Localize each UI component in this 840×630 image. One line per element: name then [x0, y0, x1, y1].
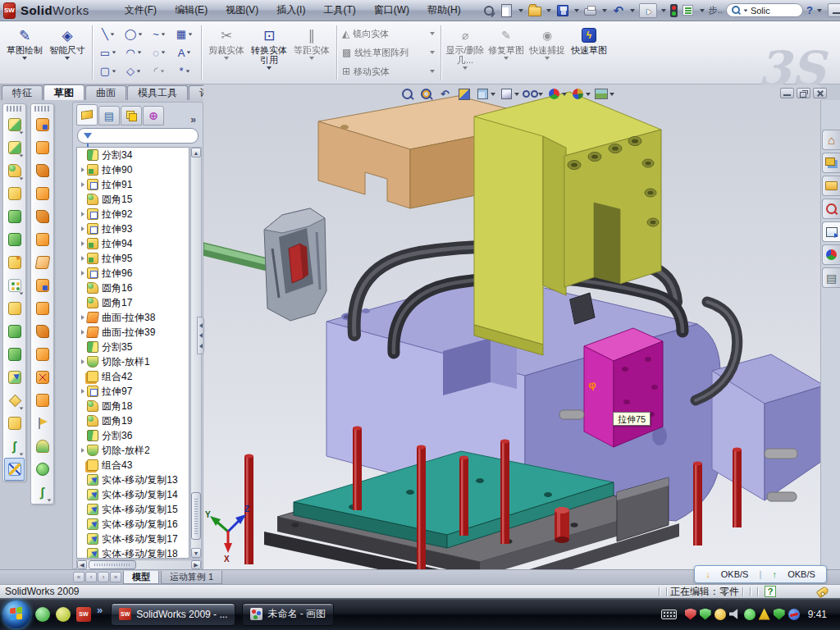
tray-network-blocked-icon[interactable]: [788, 609, 800, 620]
dimxpert-manager-tab[interactable]: ⊕: [143, 106, 164, 126]
rebuild-button[interactable]: [670, 4, 678, 17]
doc-minimize-button[interactable]: [780, 88, 794, 98]
feature-tree-item[interactable]: 切除-放样2: [77, 443, 189, 458]
sketch-fillet-button[interactable]: ◜: [147, 62, 172, 80]
linear-pattern-icon[interactable]: [4, 274, 25, 297]
property-manager-tab[interactable]: ▤: [98, 106, 120, 126]
dropdown-arrow-icon[interactable]: [185, 70, 189, 72]
repair-sketch-button[interactable]: ✎ 修复草图: [486, 23, 527, 82]
configuration-manager-tab[interactable]: [121, 106, 142, 126]
feature-tree-item[interactable]: 分割34: [77, 148, 189, 162]
undo-button[interactable]: ↶: [611, 3, 626, 17]
dropdown-arrow-icon[interactable]: [139, 33, 143, 35]
scrollbar-thumb[interactable]: [191, 492, 201, 540]
menu-tools[interactable]: 工具(T): [314, 1, 364, 20]
tray-security-alert-icon[interactable]: [685, 609, 696, 620]
taskpane-view-palette-icon[interactable]: [822, 221, 840, 242]
linear-sketch-pattern-button[interactable]: ▩ 线性草图阵列: [340, 44, 437, 61]
feature-tree-item[interactable]: 实体-移动/复制15: [77, 502, 189, 517]
scrollbar-thumb[interactable]: [89, 560, 136, 569]
sketch-button[interactable]: ✎ 草图绘制: [3, 23, 46, 82]
feature-tree-item[interactable]: 圆角18: [77, 399, 189, 413]
dome-icon[interactable]: [32, 435, 52, 458]
doc-last-button[interactable]: »: [110, 572, 121, 582]
combine-body-icon[interactable]: [4, 412, 25, 435]
doc-first-button[interactable]: «: [73, 572, 84, 582]
dropdown-arrow-icon[interactable]: [491, 93, 495, 96]
feature-tree-item[interactable]: 圆角15: [77, 192, 189, 207]
dropdown-arrow-icon[interactable]: [20, 453, 24, 455]
expand-arrow-icon[interactable]: [79, 226, 87, 231]
dropdown-arrow-icon[interactable]: [20, 131, 24, 134]
quicklaunch-solidworks-icon[interactable]: SW: [76, 607, 91, 622]
rectangle-tool-button[interactable]: ▭: [96, 44, 121, 62]
status-help-button[interactable]: ?: [765, 586, 776, 597]
expand-arrow-icon[interactable]: [79, 448, 87, 453]
hole-wizard-icon[interactable]: [4, 251, 25, 274]
tray-certificate-icon[interactable]: [714, 609, 726, 620]
dropdown-arrow-icon[interactable]: [162, 52, 166, 54]
taskpane-appearances-icon[interactable]: [822, 244, 840, 265]
menu-window[interactable]: 窗口(W): [365, 1, 418, 20]
tab-surfaces[interactable]: 曲面: [85, 85, 126, 100]
feature-tree-item[interactable]: 实体-移动/复制13: [77, 472, 189, 487]
quick-launch-chevron[interactable]: »: [97, 604, 103, 616]
graphics-area[interactable]: φ: [203, 84, 820, 569]
delete-face-icon[interactable]: [32, 366, 52, 389]
apply-scene-icon[interactable]: [569, 86, 591, 102]
print-button[interactable]: [584, 8, 596, 16]
feature-tree-item[interactable]: 曲面-拉伸38: [77, 310, 189, 325]
feature-tree-item[interactable]: 圆角16: [77, 281, 189, 295]
shell-icon[interactable]: [4, 228, 25, 251]
taskbar-paint-button[interactable]: 未命名 - 画图: [242, 603, 334, 626]
rapid-sketch-button[interactable]: ϟ 快速草图: [568, 23, 610, 82]
section-view-icon[interactable]: [455, 86, 472, 102]
edit-appearance-icon[interactable]: [546, 86, 568, 102]
tray-volume-icon[interactable]: [729, 609, 741, 620]
dropdown-arrow-icon[interactable]: [20, 177, 24, 180]
smart-dimension-button[interactable]: ◈ 智能尺寸: [46, 23, 89, 82]
dropdown-arrow-icon[interactable]: [463, 66, 468, 70]
feature-tree-item[interactable]: 实体-移动/复制17: [77, 532, 189, 546]
point-tool-button[interactable]: *: [172, 62, 198, 80]
tag-icon[interactable]: [816, 585, 830, 597]
scroll-up-button[interactable]: ▲: [191, 148, 201, 158]
zoom-fit-icon[interactable]: [399, 86, 416, 102]
taskpane-search-icon[interactable]: [822, 199, 840, 219]
dropdown-arrow-icon[interactable]: [137, 52, 141, 54]
offset-entities-button[interactable]: ∥ 等距实体: [290, 23, 333, 82]
dropdown-arrow-icon[interactable]: [111, 33, 115, 35]
mirror-entities-button[interactable]: ◭ 镜向实体: [340, 25, 437, 42]
feature-tree-item[interactable]: 分割36: [77, 428, 189, 443]
dropdown-arrow-icon[interactable]: [430, 70, 435, 73]
ime-keyboard-icon[interactable]: [661, 609, 677, 619]
lofted-surface-icon[interactable]: [32, 182, 52, 205]
dropdown-arrow-icon[interactable]: [744, 9, 748, 11]
tray-update-icon[interactable]: [744, 609, 756, 620]
menu-edit[interactable]: 编辑(E): [166, 1, 217, 20]
dropdown-arrow-icon[interactable]: [20, 407, 24, 409]
dropdown-arrow-icon[interactable]: [137, 70, 141, 72]
curve-tool-icon[interactable]: [4, 435, 25, 458]
lofted-boss-icon[interactable]: [4, 205, 25, 228]
tray-warning-icon[interactable]: [759, 609, 770, 620]
feature-tree-item[interactable]: 实体-移动/复制16: [77, 517, 189, 532]
feature-tree-item[interactable]: 圆角17: [77, 295, 189, 310]
save-button[interactable]: [557, 5, 568, 16]
toolbar-drag-handle[interactable]: [34, 106, 50, 112]
delete-body-icon[interactable]: [4, 389, 25, 412]
toolbar-overflow-item[interactable]: 步..: [709, 4, 723, 16]
split-body-icon[interactable]: [4, 343, 25, 366]
convert-entities-button[interactable]: ⊡ 转换实体引用: [248, 23, 290, 82]
dropdown-arrow-icon[interactable]: [112, 70, 116, 72]
offset-surface-icon[interactable]: [32, 228, 52, 251]
feature-tree-item[interactable]: 拉伸91: [77, 177, 189, 192]
fillet-icon[interactable]: [4, 159, 25, 182]
doc-next-button[interactable]: ›: [98, 572, 109, 582]
taskbar-clock[interactable]: 9:41: [808, 609, 827, 620]
dropdown-arrow-icon[interactable]: [817, 9, 822, 12]
dropdown-arrow-icon[interactable]: [562, 93, 567, 96]
dropdown-arrow-icon[interactable]: [545, 57, 550, 60]
expand-arrow-icon[interactable]: [79, 389, 87, 394]
doc-prev-button[interactable]: ‹: [85, 572, 97, 582]
